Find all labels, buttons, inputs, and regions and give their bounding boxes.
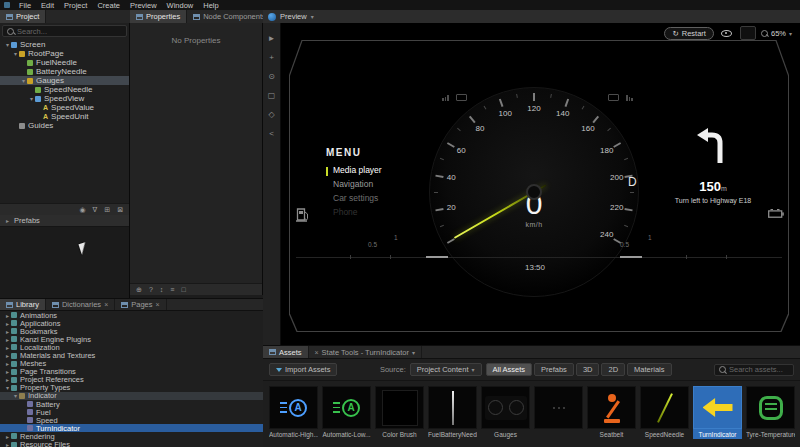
project-tree-row[interactable]: A SpeedUnit [0,112,129,121]
properties-footer-icon[interactable]: ≡ [170,286,174,293]
assets-search[interactable] [714,364,794,376]
asset-tile[interactable]: Seatbelt [587,386,636,439]
asset-thumbnail [587,386,636,429]
properties-footer: ⊕?↕≡□ [130,283,262,295]
asset-tile[interactable]: TurnIndicator [693,386,742,439]
asset-name: Tyre-Temperature [746,431,795,439]
expander-icon[interactable]: ▾ [28,95,35,102]
expander-icon[interactable]: ▸ [4,376,11,383]
menubar-item[interactable]: Edit [36,1,59,10]
assets-search-input[interactable] [729,365,789,374]
project-tree-row[interactable]: ▾ RootPage [0,49,129,58]
library-tab[interactable]: Pages × [115,299,166,310]
preview-tool-icon[interactable]: + [269,54,274,62]
needle-hub [526,184,542,200]
expander-icon[interactable]: ▾ [4,41,11,48]
expander-icon[interactable]: ▸ [4,217,11,224]
menubar-item[interactable]: Preview [125,1,162,10]
expander-icon[interactable]: ▾ [12,50,19,57]
asset-filter-button[interactable]: Materials [627,363,671,376]
turn-distance-unit: m [721,185,727,192]
project-tree-row[interactable]: ▾ SpeedView [0,94,129,103]
menubar-item[interactable]: Project [59,1,92,10]
expander-icon[interactable]: ▾ [12,392,19,399]
close-icon[interactable]: × [315,349,319,356]
app-icon [4,2,10,8]
screenshot-button[interactable] [740,26,756,40]
project-footer-icon[interactable]: ⊠ [117,206,123,213]
chevron-down-icon[interactable]: ▾ [311,13,314,20]
menubar-item[interactable]: Help [198,1,223,10]
asset-tile[interactable]: Gauges [481,386,530,439]
expander-icon[interactable]: ▸ [4,360,11,367]
tab-properties[interactable]: Properties [130,10,187,23]
expander-icon[interactable]: ▸ [4,336,11,343]
project-tree-row[interactable]: BatteryNeedle [0,67,129,76]
expander-icon[interactable]: ▸ [4,320,11,327]
library-tab[interactable]: Library [0,299,46,310]
project-search-input[interactable] [17,27,122,36]
project-tree-row[interactable]: ▾ Gauges [0,76,129,85]
asset-tile[interactable]: A A Automatic-Low... [322,386,371,439]
restart-button[interactable]: ↻ Restart [664,27,713,40]
menubar-item[interactable]: Window [162,1,199,10]
project-tree-row[interactable]: Guides [0,121,129,130]
project-footer-icon[interactable]: ◉ [79,206,85,213]
expander-icon[interactable]: ▸ [4,368,11,375]
preview-tool-icon[interactable]: ▢ [268,92,276,100]
prefabs-header[interactable]: ▸ Prefabs [0,215,129,227]
asset-tile[interactable]: FuelBatteryNeedle [428,386,477,439]
close-icon[interactable]: × [104,301,108,308]
asset-tile[interactable]: Color Brush [375,386,424,439]
expander-icon[interactable]: ▸ [4,328,11,335]
divider-tick [726,255,727,259]
import-assets-button[interactable]: Import Assets [269,363,337,376]
project-tree-row[interactable]: A SpeedValue [0,103,129,112]
properties-footer-icon[interactable]: ? [149,286,153,293]
asset-filter-button[interactable]: Prefabs [534,363,574,376]
source-dropdown[interactable]: Project Content ▾ [410,363,482,376]
expander-icon[interactable]: ▸ [4,312,11,319]
asset-thumbnail [534,386,583,429]
asset-tile[interactable]: SpeedNeedle [640,386,689,439]
tab-project[interactable]: Project [0,10,46,23]
asset-tile[interactable]: Tyre-Temperature [746,386,795,439]
preview-tool-icon[interactable]: ◇ [268,111,274,119]
asset-filter-button[interactable]: 2D [601,363,625,376]
expander-icon[interactable]: ▾ [4,384,11,391]
menubar-item[interactable]: Create [92,1,125,10]
tab-state-tools[interactable]: × State Tools - TurnIndicator ▾ [309,346,423,358]
asset-filter-button[interactable]: All Assets [486,363,533,376]
asset-tile[interactable] [534,386,583,439]
tree-node-label: RootPage [28,49,64,58]
visibility-button[interactable] [719,27,735,39]
properties-footer-icon[interactable]: □ [181,286,185,293]
preview-tool-icon[interactable]: < [269,130,274,138]
expander-icon[interactable]: ▸ [4,352,11,359]
menubar-item[interactable]: File [14,1,36,10]
expander-icon[interactable]: ▾ [20,77,27,84]
asset-tile[interactable]: A A Automatic-High... [269,386,318,439]
properties-footer-icon[interactable]: ⊕ [136,286,142,293]
zoom-control[interactable]: 65% ▾ [761,29,792,38]
project-tree-row[interactable]: SpeedNeedle [0,85,129,94]
asset-filter-button[interactable]: 3D [576,363,600,376]
close-icon[interactable]: × [156,301,160,308]
project-search[interactable] [2,25,127,37]
project-tree-row[interactable]: ▾ Screen [0,40,129,49]
asset-thumbnail: A A [322,386,371,429]
expander-icon[interactable]: ▸ [4,433,11,440]
project-footer-icon[interactable]: ⊞ [104,206,110,213]
fuel-battery-needle-icon [452,391,454,425]
expander-icon[interactable]: ▸ [4,344,11,351]
library-row[interactable]: ▸ Resource Files [0,441,263,447]
preview-canvas[interactable]: ↻ Restart 65% ▾ [281,23,800,345]
project-footer-icon[interactable]: ∇ [93,206,98,213]
properties-footer-icon[interactable]: ↕ [160,286,164,293]
preview-tool-icon[interactable]: ⊙ [268,73,275,81]
preview-tool-icon[interactable]: ► [268,35,276,43]
library-tab[interactable]: Dictionaries × [46,299,115,310]
project-tree-row[interactable]: FuelNeedle [0,58,129,67]
expander-icon[interactable]: ▸ [4,441,11,447]
tab-assets[interactable]: Assets [263,346,309,358]
